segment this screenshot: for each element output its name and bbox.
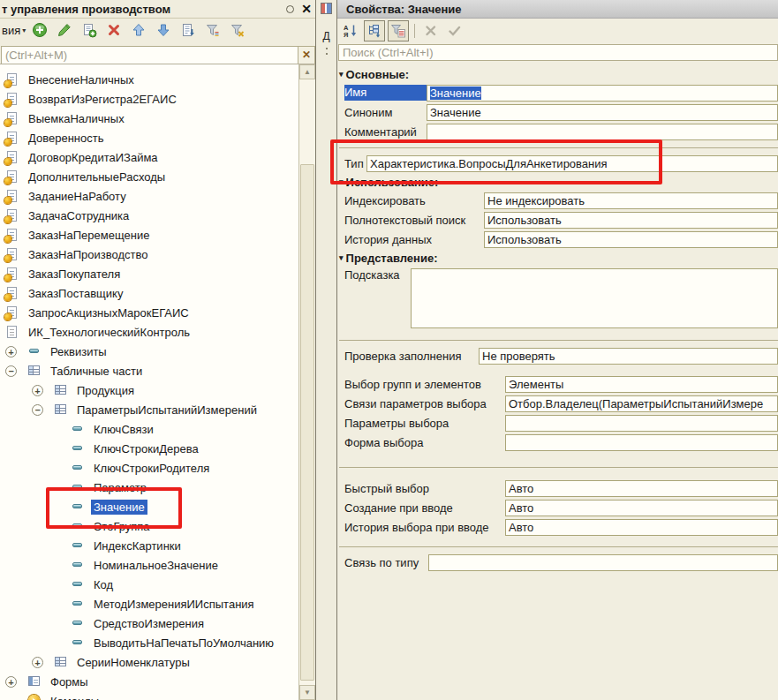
tree-item[interactable]: ЗаказПокупателя [0,264,299,283]
clear-search-icon[interactable]: ✕ [298,46,315,64]
section-title: Основные: [346,68,410,81]
tree-item[interactable]: КлючСтрокиРодителя [0,458,299,478]
delete-icon[interactable] [103,19,125,41]
tree-item[interactable]: Значение [0,497,299,516]
property-multiline-field[interactable] [411,268,778,328]
property-section-header[interactable]: ▾Использование: [337,173,778,191]
tree-search-input[interactable] [1,46,298,64]
tabular-section-icon [27,364,42,378]
clear-filter-icon[interactable] [227,19,248,41]
scroll-up-icon[interactable]: ▲ [299,64,315,79]
attribute-icon [71,616,86,630]
tree-item[interactable]: +Формы [0,672,299,691]
expand-icon[interactable]: + [32,657,43,668]
tree-item-label: ЗадачаСотрудника [26,208,132,223]
property-value-field[interactable] [428,554,778,571]
tree-item-label: Параметр [91,480,149,495]
tree-item[interactable]: Код [0,575,299,594]
tree-item[interactable]: +Продукция [0,380,299,400]
expand-icon[interactable]: + [5,676,17,688]
tree-item[interactable]: ВыемкаНаличных [0,109,299,128]
property-value-field[interactable]: Авто [505,480,778,497]
tree-item[interactable]: ВозвратИзРегистра2ЕГАИС [0,89,299,109]
property-separator [337,540,778,553]
tree-item[interactable]: Параметр [0,478,299,497]
expand-icon[interactable]: + [32,385,43,396]
scroll-down-icon[interactable]: ▼ [299,685,315,700]
property-value-field[interactable]: Не индексировать [484,192,778,209]
tree-item-label: Команды [48,694,102,700]
tree-item[interactable]: СредствоИзмерения [0,613,299,633]
tree-item[interactable]: ЗаказПоставщику [0,283,299,303]
property-value-field[interactable]: Использовать [484,212,778,229]
metadata-tree: ВнесениеНаличныхВозвратИзРегистра2ЕГАИСВ… [0,64,299,700]
property-value-field[interactable]: Авто [505,500,778,516]
property-value-field[interactable]: Элементы [505,376,778,393]
property-value-field[interactable]: Авто [505,519,778,536]
property-section-header[interactable]: ▾Представление: [337,249,778,267]
tree-item-label: КлючСтрокиДерева [91,441,201,456]
tree-item[interactable]: ЗапросАкцизныхМарокЕГАИС [0,303,299,322]
properties-search-input[interactable] [338,44,778,61]
move-up-icon[interactable] [128,19,149,41]
property-value-field[interactable]: Не проверять [479,348,778,365]
tree-item[interactable]: НоминальноеЗначение [0,555,299,575]
property-value-field[interactable] [505,434,778,451]
add-icon[interactable] [29,19,50,41]
expand-icon[interactable]: + [5,346,17,358]
tree-item[interactable]: Доверенность [0,128,299,147]
property-section-header[interactable]: ▾Основные: [337,65,778,83]
tree-item[interactable]: ВыводитьНаПечатьПоУмолчанию [0,633,299,652]
collapsed-panel-tab[interactable]: Д [315,0,337,700]
filter-settings-icon[interactable] [388,20,409,41]
property-label: Связь по типу [344,556,428,569]
category-view-icon[interactable] [364,20,385,41]
tree-item[interactable]: Команды [0,691,299,700]
tree-scrollbar[interactable]: ▲ ▼ [298,64,315,700]
tree-item[interactable]: ВнесениеНаличных [0,70,299,89]
close-icon[interactable]: ✕ [301,3,312,15]
property-label: История выбора при вводе [344,521,505,534]
output-list-icon[interactable] [178,19,199,41]
properties-panel: Свойства: Значение АЯ ▾Основные:Имя Знач… [337,0,778,700]
tree-item[interactable]: КлючСтрокиДерева [0,439,299,458]
property-value-field[interactable]: Отбор.Владелец(ПараметрыИспытанийИзмере [505,395,778,412]
tree-item[interactable]: ЗаказНаПеремещение [0,225,299,245]
tree-item[interactable]: +Реквизиты [0,342,299,361]
property-value-field[interactable]: Значение [427,85,778,102]
document-icon [5,208,20,222]
tree-item[interactable]: ИндексКартинки [0,536,299,555]
tree-item[interactable]: ДополнительныеРасходы [0,167,299,186]
edit-icon[interactable] [54,19,75,41]
tree-item[interactable]: КлючСвязи [0,419,299,439]
move-down-icon[interactable] [153,19,174,41]
tree-item[interactable]: ДоговорКредитаИЗайма [0,147,299,167]
property-value-field[interactable]: Использовать [484,231,778,248]
tree-item[interactable]: ЗаданиеНаРаботу [0,186,299,206]
sort-az-icon[interactable]: АЯ [340,20,361,41]
actions-menu-button[interactable]: вия ▾ [2,24,26,37]
tree-item[interactable]: −Табличные части [0,361,299,380]
property-value-field[interactable] [505,415,778,432]
document-icon [5,150,20,164]
copy-icon[interactable] [79,19,100,41]
tree-item[interactable]: МетодИзмеренияИИспытания [0,594,299,613]
collapse-icon[interactable]: − [32,404,43,416]
tree-item[interactable]: +СерииНоменклатуры [0,652,299,672]
property-row: Связь по типу [337,553,778,572]
tree-item[interactable]: ЭтоГруппа [0,516,299,536]
section-title: Представление: [346,252,438,265]
tree-item[interactable]: ЗадачаСотрудника [0,206,299,225]
attribute-icon [71,422,86,436]
collapse-icon[interactable]: − [5,365,17,377]
scrollbar-thumb[interactable] [300,164,314,681]
filter-settings-icon[interactable] [202,19,223,41]
property-label: Выбор групп и элементов [344,378,505,391]
property-value-field[interactable]: Характеристика.ВопросыДляАнкетирования [366,155,778,172]
property-value-field[interactable] [427,124,778,140]
tree-item[interactable]: ЗаказНаПроизводство [0,245,299,264]
tree-item[interactable]: ИК_ТехнологическийКонтроль [0,322,299,342]
property-value-field[interactable]: Значение [427,104,778,121]
tree-item[interactable]: −ПараметрыИспытанийИзмерений [0,400,299,419]
pin-icon[interactable] [286,5,294,13]
